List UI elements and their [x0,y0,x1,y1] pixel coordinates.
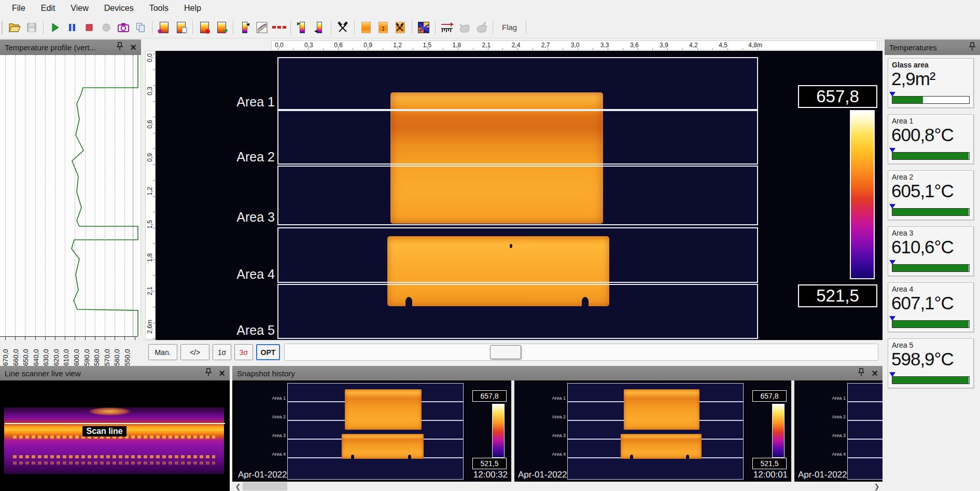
menu-help[interactable]: Help [176,1,209,16]
profile-curves-icon[interactable] [254,20,270,35]
area-3-temperature: 610,6°C [888,237,973,257]
pause-icon[interactable] [64,20,80,35]
ruler-tick-label: 0,9 [146,153,153,162]
open-icon[interactable] [7,20,22,35]
menu-tools[interactable]: Tools [142,1,176,16]
area-band-1[interactable] [277,57,758,110]
hand-out-icon[interactable] [473,20,489,35]
glass-notch [351,455,354,459]
red-dashes-icon[interactable] [271,20,287,35]
snap-band [847,420,883,439]
area-3-bar-fill [892,265,969,271]
palette-insert-icon[interactable]: ◄ [237,20,253,35]
pin-icon[interactable] [969,42,975,52]
profile-panel-titlebar: Temperature profile (vert... × [0,39,141,55]
live-scanner-image[interactable]: Scan line [0,380,230,491]
area-3-card-label: Area 3 [888,227,973,237]
snap-glass-1 [624,389,699,430]
image-export-icon[interactable]: ➜ [214,20,229,35]
hand-in-icon[interactable] [456,20,472,35]
pin-icon[interactable] [117,42,123,52]
measure-ruler-icon[interactable] [439,20,455,35]
flag-button[interactable]: Flag [497,21,522,34]
area-4-bar [892,320,970,328]
scale-slider-track[interactable] [284,344,878,361]
menu-view[interactable]: View [63,1,96,16]
tools-hammers-icon[interactable] [335,20,351,35]
scroll-left-icon[interactable]: ❮ [233,482,243,491]
thermal-area-icon[interactable] [358,20,374,35]
one-sigma-button[interactable]: 1σ [213,344,231,360]
thermal-dash-row [13,455,215,458]
snap-scale-max: 657,8 [752,390,787,402]
snapshot-thumbnail-3[interactable]: Area 1 Area 2 Area 3 Area 4 Apr-01-2022 [796,382,883,481]
profile-panel-title: Temperature profile (vert... [5,43,96,52]
area-3-card: Area 3 610,6°C [888,226,974,276]
ruler-tick-label: 3,6 [630,42,639,49]
glass-area-bar-fill [892,97,923,103]
area-band-3[interactable] [277,166,758,225]
scale-shift-left-icon[interactable]: ◄ [312,20,327,35]
snapshot-thumbnail-2[interactable]: Area 1 Area 2 Area 3 Area 4 657,8 521,5 … [516,382,790,481]
vertical-ruler: 0,00,30,60,91,21,51,82,12,6m [145,51,156,339]
pin-icon[interactable] [858,368,864,378]
menu-devices[interactable]: Devices [96,1,142,16]
area-band-2[interactable] [277,110,758,165]
vertical-ruler-labels: 0,00,30,60,91,21,51,82,12,6m [146,53,153,334]
toolbar-separator [43,21,44,34]
play-icon[interactable] [47,20,63,35]
toolbar-separator [493,21,493,34]
snapshot-thumbnail-1[interactable]: Area 1 Area 2 Area 3 Area 4 657,8 521,5 … [236,382,510,481]
ruler-tick-label: 0,3 [146,87,153,96]
palette-mix-icon[interactable] [416,20,431,35]
menu-edit[interactable]: Edit [33,1,63,16]
area-4-temperature: 607,1°C [888,293,973,313]
save-icon[interactable] [24,20,39,35]
snap-area-label: Area 1 [815,395,846,401]
vertical-span-icon[interactable]: ↕ [375,20,391,35]
area-2-bar [892,208,970,216]
glass-area-label: Glass area [888,59,973,69]
pin-icon[interactable] [205,368,212,378]
image-record-icon[interactable] [197,20,212,35]
three-sigma-button[interactable]: 3σ [234,344,253,360]
ruler-tick-label: 0,9 [363,42,372,49]
record-icon[interactable] [99,20,114,35]
copy-icon[interactable] [133,20,148,35]
area-band-5[interactable] [277,284,758,339]
image-camera-icon[interactable]: ◉ [156,20,172,35]
ruler-tick-label: 2,4 [512,42,521,49]
close-icon[interactable]: × [130,44,136,51]
scale-slider-thumb[interactable] [490,345,521,359]
close-icon[interactable]: × [219,370,225,377]
toolbar-grip[interactable] [1,21,4,34]
opt-scale-button[interactable]: OPT [256,344,280,360]
ruler-tick-label: 3,0 [571,42,580,49]
stop-icon[interactable] [81,20,97,35]
snap-area-label: Area 4 [535,452,566,457]
minmax-scale-button[interactable]: </> [180,344,209,360]
menu-file[interactable]: File [4,1,33,16]
toolbar-separator [354,21,355,34]
scroll-right-icon[interactable]: ❯ [872,482,881,491]
chart-axis-tick-label: 570,0 [103,341,111,366]
snapshot-camera-icon[interactable] [116,20,131,35]
area-band-4[interactable] [277,227,758,283]
chart-gridline [115,55,115,336]
close-icon[interactable]: × [872,370,878,377]
temperatures-title: Temperatures [889,43,937,52]
snapshot-scrollbar[interactable]: ❮ ❯ [232,482,883,491]
chart-axis-tick-label: 630,0 [42,341,50,366]
manual-scale-button[interactable]: Man. [148,344,177,360]
snapshot-scrollbar-thumb[interactable] [243,482,287,490]
glass-notch [408,455,411,459]
scale-shift-right-icon[interactable]: ➤ [295,20,310,35]
toolbar-separator [412,21,412,34]
area-tools-icon[interactable] [393,20,408,35]
thermal-image-canvas[interactable]: Area 1 Area 2 Area 3 Area 4 Area 5 657,8… [156,51,883,340]
temperature-colorbar[interactable] [850,110,875,279]
chart-gridline [95,55,95,336]
image-copy-icon[interactable] [173,20,189,35]
snap-scale-max: 657,8 [472,390,507,402]
area-1-bar-fill [892,153,969,159]
